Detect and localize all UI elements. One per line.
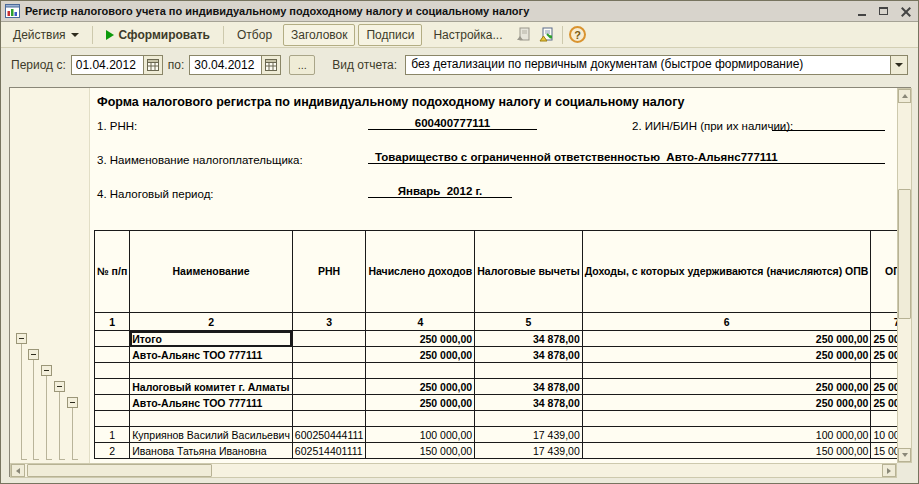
cell-opv-income[interactable]: 250 000,00 [582,379,871,395]
cell-rnn[interactable] [292,411,366,427]
cell-opv[interactable]: 10 000,00 [871,427,897,443]
tax-period-value[interactable]: Январь 2012 г. [368,185,512,198]
iin-blank-line[interactable] [772,117,885,131]
cell-accrued[interactable]: 250 000,00 [366,379,475,395]
scroll-right-button[interactable] [882,464,896,477]
period-from-calendar-button[interactable] [143,55,163,75]
period-to-calendar-button[interactable] [261,55,281,75]
cell-name[interactable]: Налоговый комитет г. Алматы [130,379,293,395]
cell-name[interactable] [130,411,293,427]
taxpayer-value[interactable]: Товарищество с ограниченной ответственно… [368,151,885,164]
cell-num[interactable] [95,379,130,395]
cell-accrued[interactable]: 100 000,00 [366,427,475,443]
col-header-name[interactable]: Наименование [130,231,293,313]
cell-opv-income[interactable]: 250 000,00 [582,347,871,363]
col-number[interactable]: 7 [871,313,897,331]
horizontal-scroll-thumb[interactable] [27,464,212,477]
col-header-rnn[interactable]: РНН [292,231,366,313]
horizontal-scrollbar[interactable] [10,463,897,478]
cell-name[interactable] [130,363,293,379]
cell-opv[interactable]: 15 000,00 [871,443,897,459]
cell-name[interactable]: Авто-Альянс ТОО 777111 [130,395,293,411]
cell-accrued[interactable]: 250 000,00 [366,331,475,347]
signatures-toggle-button[interactable]: Подписи [358,24,422,46]
collapse-expander-icon[interactable] [16,333,27,344]
cell-num[interactable]: 2 [95,443,130,459]
cell-name[interactable]: Иванова Татьяна Ивановна [130,443,293,459]
col-number[interactable]: 5 [475,313,583,331]
cell-num[interactable]: 1 [95,427,130,443]
cell-deductions[interactable]: 34 878,00 [475,395,583,411]
cell-rnn[interactable] [292,379,366,395]
maximize-button[interactable] [875,4,892,19]
rnn-value[interactable]: 600400777111 [368,117,537,130]
cell-num[interactable] [95,363,130,379]
col-number[interactable]: 3 [292,313,366,331]
cell-rnn[interactable]: 600250444111 [292,427,366,443]
cell-rnn[interactable]: 602514401111 [292,443,366,459]
cell-name-selected[interactable]: Итого [130,331,293,347]
scroll-up-button[interactable] [898,89,911,103]
actions-menu-button[interactable]: Действия [5,24,87,46]
cell-num[interactable] [95,411,130,427]
col-header-opv-income[interactable]: Доходы, с которых удерживаются (начисляю… [582,231,871,313]
cell-deductions[interactable]: 17 439,00 [475,443,583,459]
cell-opv-income[interactable] [582,363,871,379]
cell-rnn[interactable] [292,347,366,363]
close-button[interactable] [897,4,914,19]
cell-rnn[interactable] [292,395,366,411]
cell-rnn[interactable] [292,331,366,347]
save-settings-button-disabled[interactable] [514,25,534,45]
cell-num[interactable] [95,347,130,363]
col-header-opv[interactable]: ОПВ [871,231,897,313]
col-number[interactable]: 2 [130,313,293,331]
cell-opv[interactable]: 25 000,00 [871,347,897,363]
settings-button[interactable]: Настройка... [425,24,510,46]
col-header-deductions[interactable]: Налоговые вычеты [475,231,583,313]
restore-settings-button[interactable] [537,25,557,45]
collapse-expander-icon[interactable] [41,365,52,376]
cell-name[interactable]: Куприянов Василий Васильевич [130,427,293,443]
cell-opv[interactable] [871,411,897,427]
vertical-scroll-thumb[interactable] [898,189,911,319]
scroll-left-button[interactable] [11,464,25,477]
period-from-input[interactable] [71,55,143,75]
cell-accrued[interactable]: 150 000,00 [366,443,475,459]
cell-opv-income[interactable] [582,411,871,427]
cell-accrued[interactable]: 250 000,00 [366,395,475,411]
generate-button[interactable]: Сформировать [98,24,218,46]
cell-accrued[interactable] [366,363,475,379]
col-number[interactable]: 6 [582,313,871,331]
report-type-combo[interactable]: без детализации по первичным документам … [405,55,908,75]
vertical-scrollbar[interactable] [897,88,912,463]
filter-button[interactable]: Отбор [229,24,280,46]
cell-deductions[interactable]: 34 878,00 [475,347,583,363]
cell-opv-income[interactable]: 250 000,00 [582,331,871,347]
cell-name[interactable]: Авто-Альянс ТОО 777111 [130,347,293,363]
cell-opv[interactable] [871,363,897,379]
col-header-num[interactable]: № п/п [95,231,130,313]
collapse-expander-icon[interactable] [28,349,39,360]
cell-opv[interactable]: 25 000,00 [871,395,897,411]
cell-opv[interactable]: 25 000,00 [871,331,897,347]
report-type-dropdown-button[interactable] [890,55,908,75]
cell-deductions[interactable]: 34 878,00 [475,331,583,347]
cell-opv-income[interactable]: 150 000,00 [582,443,871,459]
cell-num[interactable] [95,331,130,347]
cell-accrued[interactable] [366,411,475,427]
header-toggle-button[interactable]: Заголовок [283,24,355,46]
scroll-down-button[interactable] [898,448,911,462]
help-button[interactable]: ? [568,25,588,45]
col-number[interactable]: 1 [95,313,130,331]
cell-deductions[interactable]: 17 439,00 [475,427,583,443]
cell-deductions[interactable] [475,411,583,427]
cell-deductions[interactable]: 34 878,00 [475,379,583,395]
cell-accrued[interactable]: 250 000,00 [366,347,475,363]
period-more-button[interactable]: ... [289,55,315,75]
cell-num[interactable] [95,395,130,411]
col-header-accrued[interactable]: Начислено доходов [366,231,475,313]
minimize-button[interactable] [853,4,870,19]
cell-rnn[interactable] [292,363,366,379]
collapse-expander-icon[interactable] [54,381,65,392]
collapse-expander-icon[interactable] [67,397,78,408]
